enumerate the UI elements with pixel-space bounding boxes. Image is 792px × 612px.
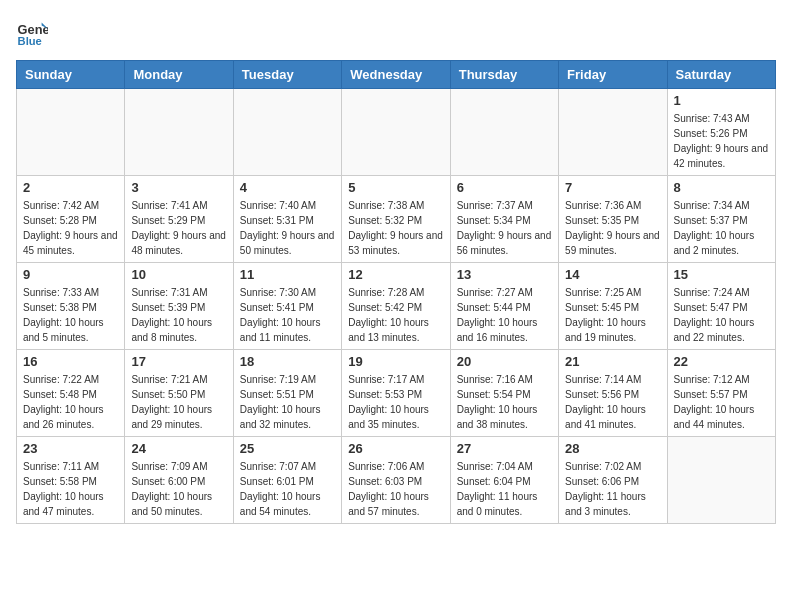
day-info: Sunrise: 7:31 AM Sunset: 5:39 PM Dayligh… bbox=[131, 285, 226, 345]
day-number: 26 bbox=[348, 441, 443, 456]
week-row-3: 9Sunrise: 7:33 AM Sunset: 5:38 PM Daylig… bbox=[17, 263, 776, 350]
day-number: 16 bbox=[23, 354, 118, 369]
day-number: 9 bbox=[23, 267, 118, 282]
day-info: Sunrise: 7:38 AM Sunset: 5:32 PM Dayligh… bbox=[348, 198, 443, 258]
day-cell bbox=[667, 437, 775, 524]
week-row-1: 1Sunrise: 7:43 AM Sunset: 5:26 PM Daylig… bbox=[17, 89, 776, 176]
week-row-5: 23Sunrise: 7:11 AM Sunset: 5:58 PM Dayli… bbox=[17, 437, 776, 524]
day-info: Sunrise: 7:25 AM Sunset: 5:45 PM Dayligh… bbox=[565, 285, 660, 345]
day-cell bbox=[17, 89, 125, 176]
day-number: 23 bbox=[23, 441, 118, 456]
day-cell: 10Sunrise: 7:31 AM Sunset: 5:39 PM Dayli… bbox=[125, 263, 233, 350]
day-cell: 8Sunrise: 7:34 AM Sunset: 5:37 PM Daylig… bbox=[667, 176, 775, 263]
day-cell: 14Sunrise: 7:25 AM Sunset: 5:45 PM Dayli… bbox=[559, 263, 667, 350]
day-info: Sunrise: 7:43 AM Sunset: 5:26 PM Dayligh… bbox=[674, 111, 769, 171]
day-cell: 20Sunrise: 7:16 AM Sunset: 5:54 PM Dayli… bbox=[450, 350, 558, 437]
day-info: Sunrise: 7:21 AM Sunset: 5:50 PM Dayligh… bbox=[131, 372, 226, 432]
day-number: 10 bbox=[131, 267, 226, 282]
day-number: 8 bbox=[674, 180, 769, 195]
day-info: Sunrise: 7:16 AM Sunset: 5:54 PM Dayligh… bbox=[457, 372, 552, 432]
day-info: Sunrise: 7:28 AM Sunset: 5:42 PM Dayligh… bbox=[348, 285, 443, 345]
day-cell bbox=[125, 89, 233, 176]
header: General Blue bbox=[16, 16, 776, 48]
day-cell bbox=[342, 89, 450, 176]
day-header-monday: Monday bbox=[125, 61, 233, 89]
day-info: Sunrise: 7:07 AM Sunset: 6:01 PM Dayligh… bbox=[240, 459, 335, 519]
day-cell: 1Sunrise: 7:43 AM Sunset: 5:26 PM Daylig… bbox=[667, 89, 775, 176]
day-number: 3 bbox=[131, 180, 226, 195]
day-info: Sunrise: 7:09 AM Sunset: 6:00 PM Dayligh… bbox=[131, 459, 226, 519]
calendar: SundayMondayTuesdayWednesdayThursdayFrid… bbox=[16, 60, 776, 524]
day-cell: 9Sunrise: 7:33 AM Sunset: 5:38 PM Daylig… bbox=[17, 263, 125, 350]
day-number: 20 bbox=[457, 354, 552, 369]
day-info: Sunrise: 7:06 AM Sunset: 6:03 PM Dayligh… bbox=[348, 459, 443, 519]
day-number: 18 bbox=[240, 354, 335, 369]
logo: General Blue bbox=[16, 16, 52, 48]
day-info: Sunrise: 7:42 AM Sunset: 5:28 PM Dayligh… bbox=[23, 198, 118, 258]
week-row-2: 2Sunrise: 7:42 AM Sunset: 5:28 PM Daylig… bbox=[17, 176, 776, 263]
day-info: Sunrise: 7:02 AM Sunset: 6:06 PM Dayligh… bbox=[565, 459, 660, 519]
day-cell: 25Sunrise: 7:07 AM Sunset: 6:01 PM Dayli… bbox=[233, 437, 341, 524]
day-cell: 11Sunrise: 7:30 AM Sunset: 5:41 PM Dayli… bbox=[233, 263, 341, 350]
day-cell bbox=[233, 89, 341, 176]
day-number: 11 bbox=[240, 267, 335, 282]
day-info: Sunrise: 7:04 AM Sunset: 6:04 PM Dayligh… bbox=[457, 459, 552, 519]
day-cell: 15Sunrise: 7:24 AM Sunset: 5:47 PM Dayli… bbox=[667, 263, 775, 350]
day-number: 22 bbox=[674, 354, 769, 369]
day-cell: 6Sunrise: 7:37 AM Sunset: 5:34 PM Daylig… bbox=[450, 176, 558, 263]
day-info: Sunrise: 7:11 AM Sunset: 5:58 PM Dayligh… bbox=[23, 459, 118, 519]
day-cell bbox=[450, 89, 558, 176]
day-number: 25 bbox=[240, 441, 335, 456]
day-number: 17 bbox=[131, 354, 226, 369]
day-header-thursday: Thursday bbox=[450, 61, 558, 89]
day-info: Sunrise: 7:14 AM Sunset: 5:56 PM Dayligh… bbox=[565, 372, 660, 432]
day-number: 12 bbox=[348, 267, 443, 282]
day-info: Sunrise: 7:34 AM Sunset: 5:37 PM Dayligh… bbox=[674, 198, 769, 258]
day-info: Sunrise: 7:40 AM Sunset: 5:31 PM Dayligh… bbox=[240, 198, 335, 258]
day-number: 21 bbox=[565, 354, 660, 369]
day-number: 2 bbox=[23, 180, 118, 195]
day-cell: 23Sunrise: 7:11 AM Sunset: 5:58 PM Dayli… bbox=[17, 437, 125, 524]
days-header-row: SundayMondayTuesdayWednesdayThursdayFrid… bbox=[17, 61, 776, 89]
day-header-wednesday: Wednesday bbox=[342, 61, 450, 89]
day-cell bbox=[559, 89, 667, 176]
day-number: 14 bbox=[565, 267, 660, 282]
day-cell: 2Sunrise: 7:42 AM Sunset: 5:28 PM Daylig… bbox=[17, 176, 125, 263]
day-header-saturday: Saturday bbox=[667, 61, 775, 89]
day-number: 5 bbox=[348, 180, 443, 195]
day-cell: 13Sunrise: 7:27 AM Sunset: 5:44 PM Dayli… bbox=[450, 263, 558, 350]
day-info: Sunrise: 7:30 AM Sunset: 5:41 PM Dayligh… bbox=[240, 285, 335, 345]
day-cell: 27Sunrise: 7:04 AM Sunset: 6:04 PM Dayli… bbox=[450, 437, 558, 524]
day-cell: 3Sunrise: 7:41 AM Sunset: 5:29 PM Daylig… bbox=[125, 176, 233, 263]
svg-text:Blue: Blue bbox=[18, 35, 42, 47]
day-info: Sunrise: 7:19 AM Sunset: 5:51 PM Dayligh… bbox=[240, 372, 335, 432]
day-number: 24 bbox=[131, 441, 226, 456]
day-info: Sunrise: 7:27 AM Sunset: 5:44 PM Dayligh… bbox=[457, 285, 552, 345]
day-cell: 21Sunrise: 7:14 AM Sunset: 5:56 PM Dayli… bbox=[559, 350, 667, 437]
day-header-friday: Friday bbox=[559, 61, 667, 89]
day-info: Sunrise: 7:33 AM Sunset: 5:38 PM Dayligh… bbox=[23, 285, 118, 345]
day-number: 6 bbox=[457, 180, 552, 195]
day-number: 28 bbox=[565, 441, 660, 456]
logo-icon: General Blue bbox=[16, 16, 48, 48]
day-cell: 16Sunrise: 7:22 AM Sunset: 5:48 PM Dayli… bbox=[17, 350, 125, 437]
day-number: 7 bbox=[565, 180, 660, 195]
day-number: 13 bbox=[457, 267, 552, 282]
day-cell: 24Sunrise: 7:09 AM Sunset: 6:00 PM Dayli… bbox=[125, 437, 233, 524]
day-header-tuesday: Tuesday bbox=[233, 61, 341, 89]
day-number: 19 bbox=[348, 354, 443, 369]
day-info: Sunrise: 7:17 AM Sunset: 5:53 PM Dayligh… bbox=[348, 372, 443, 432]
day-info: Sunrise: 7:36 AM Sunset: 5:35 PM Dayligh… bbox=[565, 198, 660, 258]
day-info: Sunrise: 7:12 AM Sunset: 5:57 PM Dayligh… bbox=[674, 372, 769, 432]
day-cell: 12Sunrise: 7:28 AM Sunset: 5:42 PM Dayli… bbox=[342, 263, 450, 350]
day-number: 27 bbox=[457, 441, 552, 456]
day-cell: 5Sunrise: 7:38 AM Sunset: 5:32 PM Daylig… bbox=[342, 176, 450, 263]
day-number: 4 bbox=[240, 180, 335, 195]
day-info: Sunrise: 7:24 AM Sunset: 5:47 PM Dayligh… bbox=[674, 285, 769, 345]
day-cell: 26Sunrise: 7:06 AM Sunset: 6:03 PM Dayli… bbox=[342, 437, 450, 524]
day-number: 1 bbox=[674, 93, 769, 108]
day-number: 15 bbox=[674, 267, 769, 282]
day-info: Sunrise: 7:22 AM Sunset: 5:48 PM Dayligh… bbox=[23, 372, 118, 432]
day-cell: 28Sunrise: 7:02 AM Sunset: 6:06 PM Dayli… bbox=[559, 437, 667, 524]
day-cell: 19Sunrise: 7:17 AM Sunset: 5:53 PM Dayli… bbox=[342, 350, 450, 437]
